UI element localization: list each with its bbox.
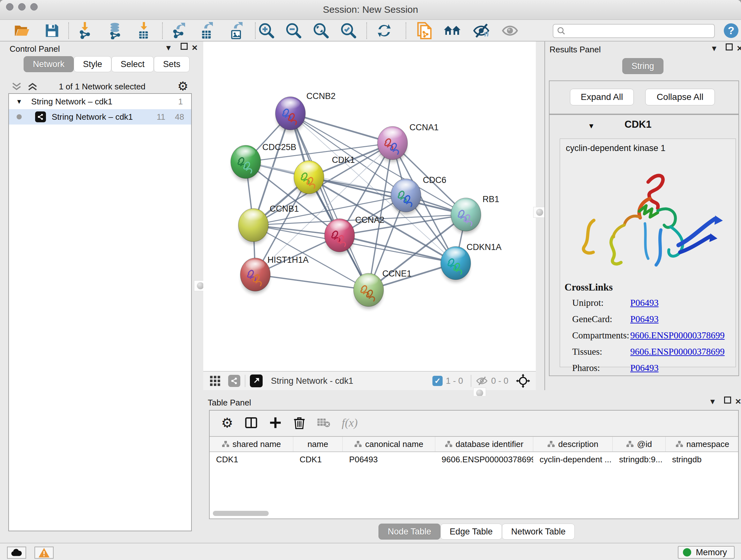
network-edge[interactable] xyxy=(255,274,368,290)
zoom-selected-button[interactable] xyxy=(339,21,358,40)
column-header--id[interactable]: @id xyxy=(613,437,666,451)
hide-panel-button[interactable] xyxy=(472,21,490,40)
network-node-CDK1[interactable] xyxy=(294,161,324,196)
cloud-icon xyxy=(11,549,22,557)
close-panel-button[interactable]: ✕ xyxy=(192,44,198,52)
right-splitter-handle[interactable] xyxy=(533,207,546,218)
node-label-CDKN1A: CDKN1A xyxy=(467,242,502,252)
cloud-status-button[interactable] xyxy=(7,547,26,559)
panel-menu-button[interactable]: ▼ xyxy=(165,44,172,52)
import-network-database-button[interactable] xyxy=(106,21,125,40)
table-row[interactable]: CDK1CDK1P064939606.ENSP00000378699cyclin… xyxy=(210,452,739,467)
column-header-canonical-name[interactable]: canonical name xyxy=(343,437,435,451)
crosslink-link[interactable]: 9606.ENSP00000378699 xyxy=(630,330,725,341)
node-label-CCNA1: CCNA1 xyxy=(409,123,439,132)
tab-select[interactable]: Select xyxy=(111,56,154,72)
horizontal-splitter[interactable] xyxy=(203,390,741,396)
tab-style[interactable]: Style xyxy=(74,56,111,72)
collapse-triangle-icon[interactable]: ▼ xyxy=(16,98,22,105)
left-splitter[interactable] xyxy=(198,42,203,545)
results-actions-box: Expand All Collapse All xyxy=(549,80,739,114)
search-input[interactable] xyxy=(566,26,703,36)
tab-sets[interactable]: Sets xyxy=(154,56,190,72)
save-session-button[interactable] xyxy=(43,21,61,40)
crosslink-link[interactable]: P06493 xyxy=(630,298,659,308)
column-header-description[interactable]: description xyxy=(533,437,613,451)
network-graph[interactable]: CCNB2CCNA1CDC25BCDK1CDC6RB1CCNB1CCNA2CDK… xyxy=(203,42,536,371)
open-session-button[interactable] xyxy=(13,21,31,40)
add-column-icon[interactable] xyxy=(269,416,282,429)
delete-table-icon[interactable] xyxy=(317,417,330,428)
crosshair-icon[interactable] xyxy=(516,374,530,388)
panel-menu-button[interactable]: ▼ xyxy=(711,44,718,53)
float-panel-button[interactable] xyxy=(726,44,733,51)
function-builder-button[interactable]: f(x) xyxy=(342,416,358,429)
network-node-CCNB2[interactable] xyxy=(275,97,306,132)
expand-all-button[interactable]: Expand All xyxy=(570,89,634,105)
collapse-triangle-icon[interactable]: ▼ xyxy=(588,122,595,130)
network-node-CCNA1[interactable] xyxy=(378,126,408,162)
help-button[interactable]: ? xyxy=(722,21,740,40)
table-options-gear-icon[interactable]: ⚙ xyxy=(221,415,233,431)
delete-column-icon[interactable] xyxy=(293,416,306,429)
network-collection-row[interactable]: ▼ String Network – cdk1 1 xyxy=(9,94,191,109)
float-panel-button[interactable] xyxy=(181,43,188,50)
tab-string[interactable]: String xyxy=(622,58,664,74)
network-view-toolbar: String Network - cdk1 ✓ 1 - 0 0 - 0 xyxy=(203,371,536,390)
network-row-selected[interactable]: String Network – cdk1 11 48 xyxy=(9,109,191,125)
memory-button[interactable]: Memory xyxy=(678,546,735,559)
show-columns-icon[interactable] xyxy=(245,416,258,429)
selected-checkbox-icon[interactable]: ✓ xyxy=(432,376,443,386)
table-tab-edge-table[interactable]: Edge Table xyxy=(441,523,502,540)
title-bar: Session: New Session xyxy=(0,0,741,20)
horizontal-scrollbar-thumb[interactable] xyxy=(213,511,269,516)
tab-network[interactable]: Network xyxy=(23,56,74,72)
crosslink-link[interactable]: 9606.ENSP00000378699 xyxy=(630,347,725,357)
export-table-button[interactable] xyxy=(198,21,216,40)
panel-menu-button[interactable]: ▼ xyxy=(709,397,717,406)
network-type-icon[interactable] xyxy=(228,375,240,387)
export-network-button[interactable] xyxy=(170,21,189,40)
network-canvas[interactable]: CCNB2CCNA1CDC25BCDK1CDC6RB1CCNB1CCNA2CDK… xyxy=(203,42,536,371)
expand-all-icon[interactable] xyxy=(27,82,38,91)
collapse-all-icon[interactable] xyxy=(11,82,22,91)
crosslink-link[interactable]: P06493 xyxy=(630,363,659,373)
zoom-in-button[interactable] xyxy=(257,21,276,40)
home-button[interactable] xyxy=(443,21,461,40)
crosslink-link[interactable]: P06493 xyxy=(630,314,659,324)
refresh-layout-button[interactable] xyxy=(375,21,394,40)
float-panel-button[interactable] xyxy=(724,396,731,403)
column-header-namespace[interactable]: namespace xyxy=(666,437,739,451)
network-node-CCNE1[interactable] xyxy=(354,273,384,309)
import-network-file-button[interactable] xyxy=(76,21,94,40)
zoom-out-button[interactable] xyxy=(284,21,303,40)
network-edge[interactable] xyxy=(290,113,393,143)
share-document-button[interactable] xyxy=(415,21,434,40)
network-node-CDKN1A[interactable] xyxy=(441,246,471,282)
column-header-name[interactable]: name xyxy=(293,437,343,451)
network-node-RB1[interactable] xyxy=(451,198,481,234)
network-node-CCNB1[interactable] xyxy=(239,208,268,244)
network-node-CCNA2[interactable] xyxy=(325,219,354,254)
right-splitter[interactable] xyxy=(536,42,544,390)
import-table-file-button[interactable] xyxy=(135,21,153,40)
column-header-shared-name[interactable]: shared name xyxy=(210,437,293,451)
show-panel-button[interactable] xyxy=(501,21,519,40)
column-header-database-identifier[interactable]: database identifier xyxy=(435,437,533,451)
table-tab-network-table[interactable]: Network Table xyxy=(502,523,575,540)
close-panel-button[interactable]: ✕ xyxy=(737,44,741,53)
network-options-gear-icon[interactable]: ⚙ xyxy=(178,79,188,93)
grid-view-icon[interactable] xyxy=(209,375,221,387)
network-node-HIST1H1A[interactable] xyxy=(240,258,270,294)
close-panel-button[interactable]: ✕ xyxy=(735,397,741,406)
export-image-button[interactable] xyxy=(227,21,246,40)
network-node-CDC6[interactable] xyxy=(391,179,421,214)
birds-eye-view-button[interactable] xyxy=(250,374,263,387)
hidden-eye-slash-icon[interactable] xyxy=(476,376,488,386)
collapse-all-button[interactable]: Collapse All xyxy=(645,89,715,105)
table-container: ⚙ f(x) shared namenamecanonical namedata… xyxy=(209,410,739,519)
table-tab-node-table[interactable]: Node Table xyxy=(379,523,441,540)
zoom-fit-button[interactable] xyxy=(312,21,330,40)
network-node-CDC25B[interactable] xyxy=(231,145,261,181)
warning-status-button[interactable] xyxy=(35,547,54,559)
